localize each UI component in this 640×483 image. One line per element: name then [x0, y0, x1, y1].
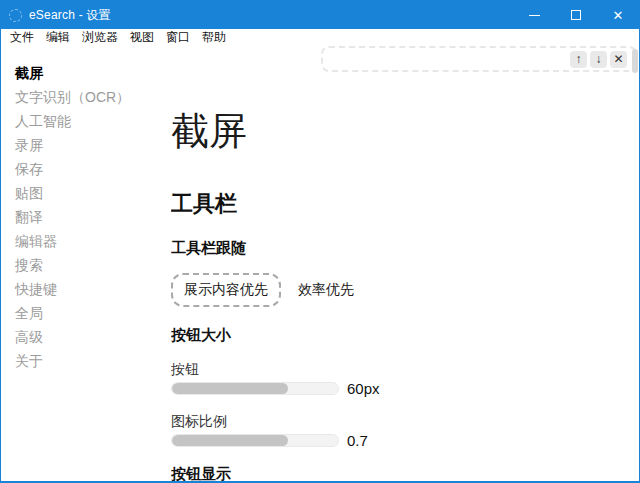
close-button[interactable]: ✕: [597, 1, 639, 29]
sidebar-item-hotkeys[interactable]: 快捷键: [15, 277, 156, 301]
maximize-icon: [571, 10, 581, 20]
arrow-up-icon: ↑: [576, 52, 582, 66]
sidebar: 截屏 文字识别（OCR） 人工智能 录屏 保存 贴图 翻译 编辑器 搜索 快捷键…: [1, 46, 156, 373]
section-button-size: 按钮大小: [171, 326, 627, 345]
button-size-label: 按钮: [171, 361, 627, 379]
close-icon: ✕: [613, 52, 623, 66]
subsection-toolbar-follow: 工具栏跟随: [171, 239, 627, 258]
search-next-button[interactable]: ↓: [590, 51, 607, 68]
arrow-down-icon: ↓: [596, 52, 602, 66]
sidebar-item-save[interactable]: 保存: [15, 157, 156, 181]
icon-scale-label: 图标比例: [171, 413, 627, 431]
settings-window: eSearch - 设置 ✕ 文件 编辑 浏览器 视图 窗口 帮助 ↑ ↓ ✕ …: [0, 0, 640, 483]
window-controls: ✕: [513, 1, 639, 29]
icon-scale-value: 0.7: [347, 432, 368, 449]
maximize-button[interactable]: [555, 1, 597, 29]
main-pane: 截屏 工具栏 工具栏跟随 展示内容优先 效率优先 按钮大小 按钮 60px 图标…: [171, 46, 627, 482]
search-input[interactable]: [329, 52, 567, 66]
close-icon: ✕: [613, 9, 624, 22]
sidebar-item-about[interactable]: 关于: [15, 349, 156, 373]
sidebar-item-pin-image[interactable]: 贴图: [15, 181, 156, 205]
section-button-display: 按钮显示: [171, 465, 627, 482]
titlebar: eSearch - 设置 ✕: [1, 1, 639, 29]
option-efficiency-first-button[interactable]: 效率优先: [285, 273, 367, 307]
sidebar-item-screen-record[interactable]: 录屏: [15, 133, 156, 157]
scrollbar-thumb[interactable]: [632, 49, 638, 73]
sidebar-item-ai[interactable]: 人工智能: [15, 109, 156, 133]
button-size-slider[interactable]: [171, 382, 339, 395]
button-size-slider-row: 60px: [171, 380, 627, 397]
button-size-value: 60px: [347, 380, 380, 397]
toolbar-follow-options: 展示内容优先 效率优先: [171, 273, 627, 307]
content-area: ↑ ↓ ✕ 截屏 文字识别（OCR） 人工智能 录屏 保存 贴图 翻译 编辑器 …: [1, 46, 639, 482]
minimize-button[interactable]: [513, 1, 555, 29]
menu-bar: 文件 编辑 浏览器 视图 窗口 帮助: [1, 29, 639, 46]
minimize-icon: [529, 15, 540, 16]
menu-item-file[interactable]: 文件: [4, 29, 40, 46]
slider-fill: [172, 435, 288, 446]
sidebar-item-editor[interactable]: 编辑器: [15, 229, 156, 253]
sidebar-item-search[interactable]: 搜索: [15, 253, 156, 277]
section-toolbar: 工具栏: [171, 189, 627, 219]
sidebar-item-screenshot[interactable]: 截屏: [15, 61, 156, 85]
menu-item-view[interactable]: 视图: [124, 29, 160, 46]
sidebar-item-advanced[interactable]: 高级: [15, 325, 156, 349]
app-icon: [9, 9, 22, 22]
sidebar-item-translate[interactable]: 翻译: [15, 205, 156, 229]
menu-item-window[interactable]: 窗口: [160, 29, 196, 46]
window-title: eSearch - 设置: [29, 7, 111, 24]
slider-fill: [172, 383, 288, 394]
option-content-first-button[interactable]: 展示内容优先: [171, 273, 281, 307]
search-prev-button[interactable]: ↑: [570, 51, 587, 68]
menu-item-help[interactable]: 帮助: [196, 29, 232, 46]
sidebar-item-global[interactable]: 全局: [15, 301, 156, 325]
icon-scale-slider[interactable]: [171, 434, 339, 447]
sidebar-item-ocr[interactable]: 文字识别（OCR）: [15, 85, 156, 109]
search-close-button[interactable]: ✕: [610, 51, 627, 68]
menu-item-edit[interactable]: 编辑: [40, 29, 76, 46]
icon-scale-slider-row: 0.7: [171, 432, 627, 449]
search-box: ↑ ↓ ✕: [321, 46, 637, 72]
menu-item-browser[interactable]: 浏览器: [76, 29, 124, 46]
